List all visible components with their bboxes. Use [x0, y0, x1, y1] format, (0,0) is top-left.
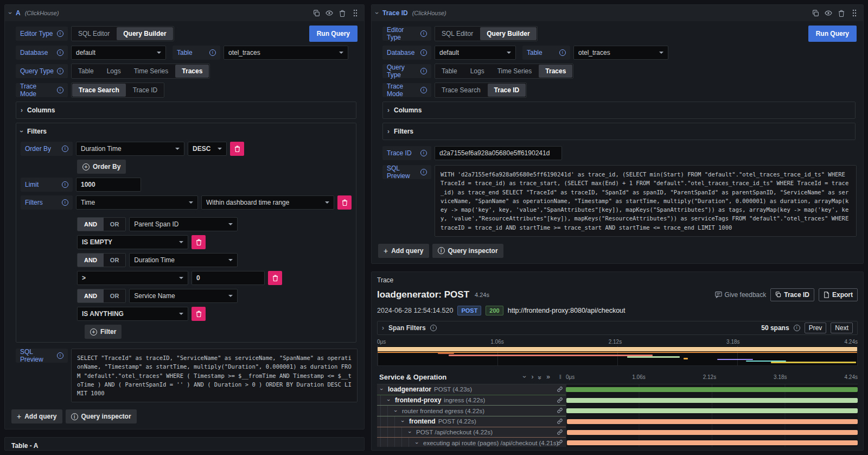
condition-operator-select[interactable]: IS EMPTY	[77, 235, 188, 249]
info-icon[interactable]: i	[420, 150, 427, 156]
span-link-icon[interactable]	[557, 407, 563, 415]
info-icon[interactable]: i	[57, 68, 63, 74]
panel-collapse-icon[interactable]: ›	[7, 12, 14, 14]
info-icon[interactable]: i	[209, 49, 216, 56]
remove-order-by-button[interactable]	[230, 142, 244, 156]
trace-mode-search[interactable]: Trace Search	[72, 84, 126, 97]
info-icon[interactable]: i	[57, 87, 63, 93]
condition-field-select[interactable]: Service Name	[129, 289, 238, 303]
span-tree-cell[interactable]: ›executing api route (pages) /api/checko…	[377, 438, 566, 447]
span-link-icon[interactable]	[557, 429, 563, 437]
table-select[interactable]: otel_traces	[224, 46, 348, 60]
editor-type-sql-editor[interactable]: SQL Editor	[435, 27, 480, 41]
query-type-traces[interactable]: Traces	[175, 65, 209, 78]
or-option[interactable]: OR	[104, 289, 126, 302]
span-gantt-cell[interactable]	[566, 384, 858, 395]
span-link-icon[interactable]	[557, 418, 563, 426]
query-type-logs[interactable]: Logs	[464, 64, 491, 78]
chevron-down-icon[interactable]: ›	[414, 442, 419, 444]
order-by-field-select[interactable]: Duration Time	[76, 142, 184, 156]
and-option[interactable]: AND	[78, 218, 104, 231]
trace-id-input[interactable]: d2a7155ef6a928a05680e5ff6190241d	[435, 146, 562, 160]
panel-collapse-icon[interactable]: ›	[374, 12, 380, 14]
add-query-button[interactable]: +Add query	[11, 409, 62, 424]
minimap-span-bar[interactable]	[627, 356, 680, 358]
collapse-all-icon[interactable]: »	[537, 376, 543, 378]
remove-condition-button[interactable]	[268, 271, 282, 285]
span-gantt-cell[interactable]	[566, 395, 858, 406]
span-gantt-cell[interactable]	[566, 406, 858, 416]
trace-mode-id[interactable]: Trace ID	[126, 83, 164, 97]
info-icon[interactable]: i	[430, 325, 437, 331]
span-tree-cell[interactable]: ›frontendPOST (4.22s)	[377, 416, 566, 427]
minimap-span-bar[interactable]	[378, 347, 857, 351]
remove-condition-button[interactable]	[192, 307, 206, 321]
trash-icon[interactable]	[837, 9, 846, 17]
info-icon[interactable]: i	[420, 68, 427, 74]
remove-condition-button[interactable]	[192, 235, 206, 249]
minimap-span-bar[interactable]	[771, 362, 856, 363]
add-filter-button[interactable]: +Filter	[85, 325, 122, 339]
query-type-timeseries[interactable]: Time Series	[491, 64, 539, 78]
span-duration-bar[interactable]	[566, 387, 858, 392]
trace-mode-id[interactable]: Trace ID	[488, 84, 526, 97]
chevron-down-icon[interactable]: ›	[407, 431, 412, 433]
add-order-by-button[interactable]: +Order By	[77, 160, 126, 174]
info-icon[interactable]: i	[420, 169, 427, 175]
query-inspector-button[interactable]: iQuery inspector	[432, 244, 503, 258]
database-select[interactable]: default	[435, 46, 516, 60]
chevron-down-icon[interactable]: ›	[379, 389, 384, 390]
span-link-icon[interactable]	[557, 439, 563, 447]
chevron-down-icon[interactable]: ›	[386, 399, 391, 401]
span-tree-cell[interactable]: ›router frontend egress (4.22s)	[377, 406, 566, 416]
chevron-down-icon[interactable]: ›	[521, 376, 528, 378]
minimap-span-bar[interactable]	[449, 355, 653, 356]
chevron-right-icon[interactable]: ›	[382, 325, 384, 331]
info-icon[interactable]: i	[420, 30, 427, 37]
query-type-timeseries[interactable]: Time Series	[127, 64, 175, 78]
info-icon[interactable]: i	[62, 146, 68, 152]
editor-type-query-builder[interactable]: Query Builder	[480, 27, 536, 40]
run-query-button[interactable]: Run Query	[309, 26, 358, 42]
order-by-direction-select[interactable]: DESC	[188, 142, 227, 156]
trash-icon[interactable]	[338, 9, 347, 17]
drag-handle-icon[interactable]	[850, 9, 859, 17]
span-link-icon[interactable]	[557, 397, 563, 405]
span-gantt-cell[interactable]	[566, 416, 858, 427]
columns-section[interactable]: ›Columns	[382, 102, 856, 119]
chevron-down-icon[interactable]: ›	[393, 410, 398, 412]
span-tree-cell[interactable]: ›loadgeneratorPOST (4.23s)	[377, 384, 566, 395]
filter-range-select[interactable]: Within dashboard time range	[201, 195, 334, 210]
columns-section[interactable]: ›Columns	[16, 102, 356, 119]
span-gantt-cell[interactable]	[566, 427, 858, 438]
span-link-icon[interactable]	[557, 386, 563, 394]
info-icon[interactable]: i	[62, 199, 68, 206]
panel-a-header[interactable]: › A (ClickHouse)	[5, 5, 364, 21]
span-duration-bar[interactable]	[567, 419, 858, 424]
span-tree-cell[interactable]: ›POST /api/checkout (4.22s)	[377, 427, 566, 438]
remove-filter-button[interactable]	[337, 195, 352, 210]
span-duration-bar[interactable]	[566, 398, 858, 403]
chevron-down-icon[interactable]: ›	[400, 421, 405, 422]
expand-all-icon[interactable]: »	[546, 373, 548, 381]
next-span-button[interactable]: Next	[831, 323, 853, 333]
condition-value-input[interactable]: 0	[192, 271, 265, 285]
chevron-right-icon[interactable]: ›	[531, 374, 533, 380]
and-option[interactable]: AND	[78, 289, 104, 302]
prev-span-button[interactable]: Prev	[805, 323, 827, 333]
or-option[interactable]: OR	[104, 254, 126, 267]
span-duration-bar[interactable]	[567, 430, 858, 435]
copy-icon[interactable]	[811, 9, 820, 17]
export-button[interactable]: Export	[819, 288, 858, 301]
span-filters-label[interactable]: Span Filters	[388, 324, 426, 332]
minimap-canvas[interactable]	[377, 345, 858, 366]
column-resize-handle[interactable]: ‖	[557, 374, 564, 380]
condition-field-select[interactable]: Parent Span ID	[129, 217, 238, 231]
span-tree-cell[interactable]: ›frontend-proxyingress (4.22s)	[377, 395, 566, 406]
condition-operator-select[interactable]: IS ANYTHING	[77, 307, 188, 321]
info-icon[interactable]: i	[420, 87, 427, 93]
database-select[interactable]: default	[71, 46, 166, 60]
minimap-span-bar[interactable]	[684, 358, 688, 359]
query-type-table[interactable]: Table	[435, 64, 464, 78]
editor-type-query-builder[interactable]: Query Builder	[117, 27, 173, 40]
